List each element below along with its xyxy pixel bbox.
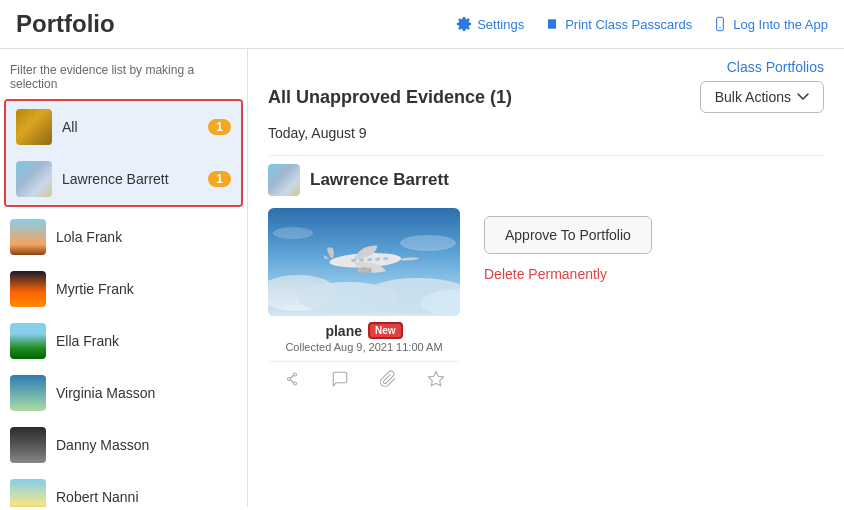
main-layout: Filter the evidence list by making a sel…	[0, 49, 844, 507]
svg-rect-14	[358, 268, 370, 273]
print-link[interactable]: Print Class Passcards	[544, 16, 692, 32]
svg-rect-18	[375, 258, 380, 261]
avatar-all	[16, 109, 52, 145]
print-icon	[544, 16, 560, 32]
svg-line-24	[291, 380, 294, 383]
sidebar-item-lawrence[interactable]: Lawrence Barrett 1	[6, 153, 241, 205]
sidebar-item-danny[interactable]: Danny Masson	[0, 419, 247, 471]
delete-button[interactable]: Delete Permanently	[484, 262, 652, 286]
separator	[268, 155, 824, 156]
evidence-plane-svg	[268, 208, 460, 316]
evidence-actions: Approve To Portfolio Delete Permanently	[484, 208, 652, 286]
approve-button[interactable]: Approve To Portfolio	[484, 216, 652, 254]
sidebar-item-all[interactable]: All 1	[6, 101, 241, 153]
date-label: Today, August 9	[268, 125, 824, 141]
comment-icon[interactable]	[329, 368, 351, 390]
main-content: Class Portfolios All Unapproved Evidence…	[248, 49, 844, 507]
star-icon[interactable]	[425, 368, 447, 390]
svg-rect-19	[383, 257, 388, 260]
evidence-image	[268, 208, 460, 316]
svg-rect-3	[717, 17, 724, 30]
evidence-label-row: plane New	[268, 322, 460, 339]
svg-point-4	[720, 27, 721, 28]
sidebar-selected-group: All 1 Lawrence Barrett 1	[4, 99, 243, 207]
evidence-date: Collected Aug 9, 2021 11:00 AM	[268, 341, 460, 353]
svg-point-11	[273, 227, 313, 239]
sidebar-all-label: All	[62, 119, 198, 135]
sidebar-item-ella[interactable]: Ella Frank	[0, 315, 247, 367]
avatar-lawrence	[16, 161, 52, 197]
sidebar-all-badge: 1	[208, 119, 231, 135]
evidence-icons	[268, 361, 460, 396]
avatar-virginia	[10, 375, 46, 411]
attachment-icon[interactable]	[377, 368, 399, 390]
sidebar: Filter the evidence list by making a sel…	[0, 49, 248, 507]
class-portfolios-link[interactable]: Class Portfolios	[727, 59, 824, 75]
svg-line-23	[291, 375, 294, 378]
share-icon[interactable]	[281, 368, 303, 390]
header: Portfolio Settings Print Class Passcards…	[0, 0, 844, 49]
student-avatar	[268, 164, 300, 196]
sidebar-ella-label: Ella Frank	[56, 333, 237, 349]
sidebar-lola-label: Lola Frank	[56, 229, 237, 245]
section-header: All Unapproved Evidence (1) Bulk Actions	[268, 81, 824, 113]
svg-point-20	[288, 378, 291, 381]
evidence-row: plane New Collected Aug 9, 2021 11:00 AM	[268, 208, 824, 396]
print-label: Print Class Passcards	[565, 17, 692, 32]
avatar-myrtie	[10, 271, 46, 307]
sidebar-item-lola[interactable]: Lola Frank	[0, 211, 247, 263]
sidebar-myrtie-label: Myrtie Frank	[56, 281, 237, 297]
svg-rect-17	[367, 258, 372, 261]
svg-rect-15	[351, 259, 356, 262]
chevron-down-icon	[797, 91, 809, 103]
main-top: Class Portfolios	[268, 59, 824, 81]
settings-icon	[456, 16, 472, 32]
sidebar-danny-label: Danny Masson	[56, 437, 237, 453]
new-badge: New	[368, 322, 403, 339]
sidebar-lawrence-badge: 1	[208, 171, 231, 187]
sidebar-robert-label: Robert Nanni	[56, 489, 237, 505]
avatar-lola	[10, 219, 46, 255]
settings-label: Settings	[477, 17, 524, 32]
page-title: Portfolio	[16, 10, 115, 38]
svg-rect-1	[550, 25, 554, 26]
sidebar-item-virginia[interactable]: Virginia Masson	[0, 367, 247, 419]
sidebar-filter-hint: Filter the evidence list by making a sel…	[0, 59, 247, 99]
svg-marker-25	[429, 372, 444, 386]
section-title: All Unapproved Evidence (1)	[268, 87, 512, 108]
svg-point-21	[294, 373, 297, 376]
bulk-actions-label: Bulk Actions	[715, 89, 791, 105]
settings-link[interactable]: Settings	[456, 16, 524, 32]
avatar-danny	[10, 427, 46, 463]
student-section: Lawrence Barrett	[268, 164, 824, 396]
avatar-ella	[10, 323, 46, 359]
svg-rect-16	[359, 258, 364, 261]
svg-rect-2	[550, 27, 553, 28]
sidebar-item-myrtie[interactable]: Myrtie Frank	[0, 263, 247, 315]
mobile-icon	[712, 16, 728, 32]
sidebar-lawrence-label: Lawrence Barrett	[62, 171, 198, 187]
login-link[interactable]: Log Into the App	[712, 16, 828, 32]
sidebar-virginia-label: Virginia Masson	[56, 385, 237, 401]
header-actions: Settings Print Class Passcards Log Into …	[456, 16, 828, 32]
evidence-name: plane	[325, 323, 362, 339]
evidence-card: plane New Collected Aug 9, 2021 11:00 AM	[268, 208, 460, 396]
login-label: Log Into the App	[733, 17, 828, 32]
sidebar-item-robert[interactable]: Robert Nanni	[0, 471, 247, 507]
avatar-robert	[10, 479, 46, 507]
student-name: Lawrence Barrett	[310, 170, 449, 190]
svg-point-10	[400, 235, 456, 251]
svg-point-22	[294, 382, 297, 385]
student-header: Lawrence Barrett	[268, 164, 824, 196]
bulk-actions-button[interactable]: Bulk Actions	[700, 81, 824, 113]
